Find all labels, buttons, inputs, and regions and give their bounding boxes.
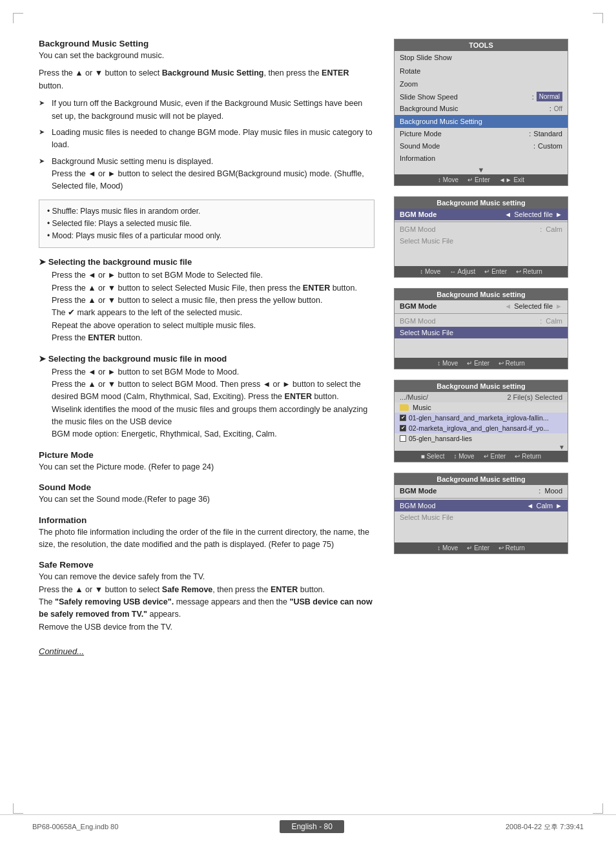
picture-mode-section: Picture Mode You can set the Picture mod… [39, 450, 375, 473]
bgm-bullet-2: Loading music files is needed to change … [39, 127, 375, 152]
bgm1-music-file-row: Select Music File [395, 235, 568, 247]
select-bg-mood-body: Press the ◄ or ► button to set BGM Mode … [39, 366, 375, 441]
bgm-intro2: Press the ▲ or ▼ button to select Backgr… [39, 67, 375, 92]
bgm3-folder-row: Music [395, 402, 568, 413]
picture-mode-body: You can set the Picture mode. (Refer to … [39, 461, 375, 473]
tools-row-slide-speed: Slide Show Speed : Normal [395, 91, 568, 103]
page-number-badge: English - 80 [280, 820, 344, 833]
tools-footer-move: ↕ Move [438, 176, 458, 183]
safe-remove-body: You can remove the device safely from th… [39, 571, 375, 634]
bgm3-file-name-1: 01-glen_hansard_and_marketa_irglova-fall… [409, 414, 549, 422]
tools-panel-footer: ↕ Move ↵ Enter ◄► Exit [395, 174, 568, 185]
footer-left: BP68-00658A_Eng.indb 80 [32, 823, 118, 831]
tools-row-stop-slide: Stop Slide Show [395, 51, 568, 65]
bgm2-mood-row: BGM Mood : Calm [395, 315, 568, 327]
bgm3-file-name-3: 05-glen_hansard-lies [409, 435, 472, 442]
corner-mark-bl [13, 803, 23, 814]
bgm-panel-4-footer: ↕ Move ↵ Enter ↩ Return [395, 542, 568, 553]
tools-footer-enter: ↵ Enter [467, 176, 490, 183]
bgm-intro1: You can set the background music. [39, 50, 375, 62]
corner-mark-tr [593, 13, 603, 23]
information-title: Information [39, 515, 375, 525]
bgm3-count: 2 File(s) Selected [507, 393, 562, 401]
tools-panel: TOOLS Stop Slide Show Rotate Zoom Slide … [394, 39, 568, 186]
bgm-panel-4: Background Music setting BGM Mode : Mood… [394, 473, 568, 554]
bgm3-file-header: .../Music/ 2 File(s) Selected [395, 392, 568, 402]
select-bg-file-body: Press the ◄ or ► button to set BGM Mode … [39, 269, 375, 344]
bgm1-mode-row: BGM Mode ◄ Selected file ► [395, 209, 568, 220]
corner-mark-tl [13, 13, 23, 23]
bgm-panel-3: Background Music setting .../Music/ 2 Fi… [394, 380, 568, 462]
bgm-panel-2: Background Music setting BGM Mode ◄ Sele… [394, 288, 568, 369]
information-body: The photo file information including the… [39, 526, 375, 552]
tools-row-bg-music: Background Music : Off [395, 103, 568, 115]
tools-row-more: ▼ [395, 165, 568, 174]
bgm4-mode-row: BGM Mode : Mood [395, 485, 568, 497]
bgm-infobox: • Shuffle: Plays music files in arandom … [39, 200, 375, 249]
checkbox-1: ✔ [400, 415, 406, 421]
tools-row-picture-mode: Picture Mode : Standard [395, 128, 568, 140]
corner-mark-br [593, 803, 603, 814]
footer-page-num: English - 80 [291, 822, 332, 831]
bgm-panel-2-title: Background Music setting [395, 289, 568, 300]
tools-row-sound-mode: Sound Mode : Custom [395, 140, 568, 152]
bgm-bullet-list: If you turn off the Background Music, ev… [39, 98, 375, 193]
tools-row-bg-music-setting: Background Music Setting [395, 115, 568, 129]
picture-mode-title: Picture Mode [39, 450, 375, 460]
select-bg-mood-section: ➤ Selecting the background music file in… [39, 354, 375, 441]
bgm-panel-1: Background Music setting BGM Mode ◄ Sele… [394, 196, 568, 278]
sound-mode-title: Sound Mode [39, 482, 375, 492]
tools-row-information: Information [395, 152, 568, 165]
select-bg-file-section: ➤ Selecting the background music file Pr… [39, 257, 375, 344]
bgm-section-title: Background Music Setting [39, 39, 375, 48]
bgm3-folder-name: Music [413, 404, 431, 411]
bgm-panel-3-footer: ■ Select ↕ Move ↵ Enter ↩ Return [395, 451, 568, 462]
sound-mode-section: Sound Mode You can set the Sound mode.(R… [39, 482, 375, 506]
infobox-line2: • Selected file: Plays a selected music … [47, 218, 366, 230]
bgm-enter: ENTER [322, 68, 349, 77]
tools-panel-title: TOOLS [395, 39, 568, 51]
bgm-panel-2-footer: ↕ Move ↵ Enter ↩ Return [395, 358, 568, 369]
bgm-panel-3-title: Background Music setting [395, 380, 568, 392]
select-bg-file-title: ➤ Selecting the background music file [39, 257, 375, 267]
information-section: Information The photo file information i… [39, 515, 375, 552]
tools-footer-exit: ◄► Exit [499, 176, 524, 183]
main-layout: Background Music Setting You can set the… [39, 39, 584, 656]
tools-row-rotate: Rotate [395, 65, 568, 78]
sound-mode-body: You can set the Sound mode.(Refer to pag… [39, 493, 375, 506]
bgm-bold: Background Music Setting [162, 68, 264, 77]
page-footer: BP68-00658A_Eng.indb 80 English - 80 200… [0, 814, 616, 833]
folder-icon [400, 404, 409, 411]
bgm4-music-file-row: Select Music File [395, 511, 568, 523]
bgm-section: Background Music Setting You can set the… [39, 39, 375, 248]
right-column: TOOLS Stop Slide Show Rotate Zoom Slide … [394, 39, 568, 656]
bgm2-music-file-row: Select Music File [395, 327, 568, 338]
bgm1-mood-row: BGM Mood : Calm [395, 223, 568, 235]
checkbox-2: ✔ [400, 425, 406, 431]
bgm3-path: .../Music/ [400, 393, 428, 401]
bgm-bullet-3: Background Music setting menu is display… [39, 156, 375, 193]
bgm-bullet-1: If you turn off the Background Music, ev… [39, 98, 375, 123]
bgm3-file-row-2: ✔ 02-marketa_irglova_and_glen_hansard-if… [395, 423, 568, 433]
bgm2-mode-row: BGM Mode ◄ Selected file ► [395, 300, 568, 312]
tools-panel-body: Stop Slide Show Rotate Zoom Slide Show S… [395, 51, 568, 174]
continued-text: Continued... [39, 646, 375, 656]
bgm3-file-row-1: ✔ 01-glen_hansard_and_marketa_irglova-fa… [395, 413, 568, 423]
checkbox-3 [400, 435, 406, 442]
footer-right: 2008-04-22 오후 7:39:41 [506, 822, 584, 832]
bgm-panel-4-title: Background Music setting [395, 473, 568, 485]
bgm3-file-row-3: 05-glen_hansard-lies [395, 433, 568, 444]
bgm-panel-1-title: Background Music setting [395, 197, 568, 209]
tools-row-zoom: Zoom [395, 77, 568, 91]
bgm4-mood-row: BGM Mood ◄ Calm ► [395, 500, 568, 511]
page-container: Background Music Setting You can set the… [0, 0, 616, 846]
bgm3-file-name-2: 02-marketa_irglova_and_glen_hansard-if_y… [409, 424, 549, 432]
infobox-line1: • Shuffle: Plays music files in arandom … [47, 205, 366, 218]
infobox-line3: • Mood: Plays music files of a particula… [47, 230, 366, 242]
safe-remove-title: Safe Remove [39, 560, 375, 570]
left-column: Background Music Setting You can set the… [39, 39, 375, 656]
safe-remove-section: Safe Remove You can remove the device sa… [39, 560, 375, 634]
bgm-panel-1-footer: ↕ Move ↔ Adjust ↵ Enter ↩ Return [395, 266, 568, 277]
select-bg-mood-title: ➤ Selecting the background music file in… [39, 354, 375, 364]
